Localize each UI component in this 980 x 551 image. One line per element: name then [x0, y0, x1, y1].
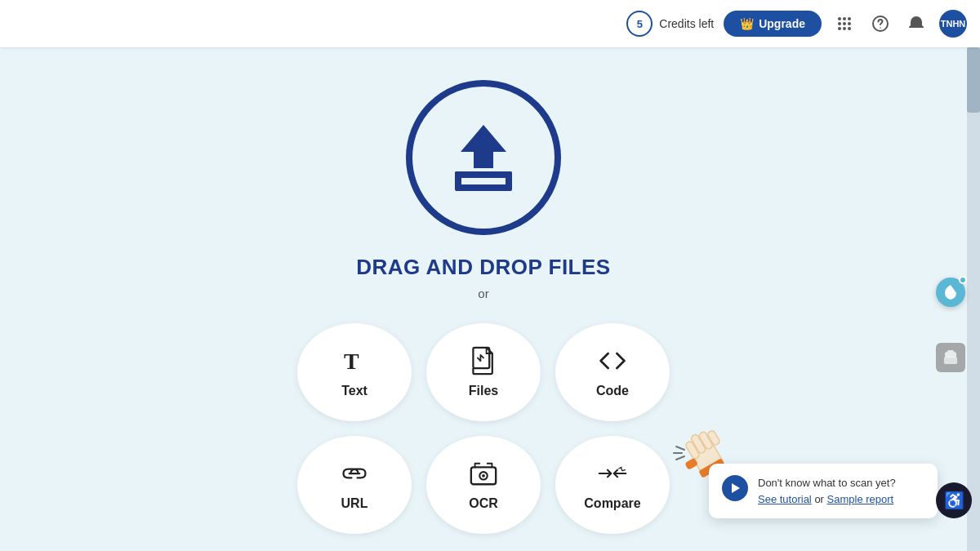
help-popup: Don't know what to scan yet? See tutoria…: [709, 464, 938, 518]
svg-point-2: [848, 17, 851, 20]
upload-arrow-icon: [443, 121, 524, 194]
help-or-text: or: [814, 493, 826, 505]
accessibility-button[interactable]: ♿: [936, 482, 972, 518]
svg-rect-12: [455, 171, 512, 178]
compare-label: Compare: [584, 496, 640, 511]
play-tutorial-button[interactable]: [722, 475, 748, 501]
svg-point-1: [843, 17, 846, 20]
help-icon[interactable]: [867, 11, 893, 37]
text-option-button[interactable]: T Text: [297, 323, 412, 421]
files-icon: [469, 346, 498, 375]
svg-point-3: [838, 22, 841, 25]
sample-report-link[interactable]: Sample report: [827, 493, 894, 505]
or-text: or: [478, 287, 488, 300]
help-text-before: Don't know what to scan yet?: [758, 477, 896, 489]
code-label: Code: [596, 384, 629, 398]
svg-point-0: [838, 17, 841, 20]
svg-point-8: [848, 27, 851, 30]
apps-icon[interactable]: [831, 11, 858, 37]
svg-point-21: [482, 474, 485, 478]
compare-option-button[interactable]: Compare: [555, 436, 670, 534]
tools-button[interactable]: [936, 343, 965, 372]
scrollbar-track[interactable]: [967, 47, 980, 551]
url-label: URL: [341, 496, 368, 511]
svg-point-5: [848, 22, 851, 25]
text-icon: T: [340, 346, 369, 375]
url-icon: [340, 459, 369, 488]
options-row-1: T Text Files Code: [297, 323, 670, 421]
compare-icon: [598, 459, 627, 488]
files-label: Files: [469, 384, 498, 398]
svg-rect-15: [455, 184, 512, 191]
help-text: Don't know what to scan yet? See tutoria…: [758, 475, 896, 507]
header: 5 Credits left 👑 Upgrade TNHN: [0, 0, 980, 47]
credits-badge: 5 Credits left: [626, 11, 714, 37]
credits-count: 5: [626, 11, 653, 37]
code-icon: [598, 346, 627, 375]
url-option-button[interactable]: URL: [297, 436, 412, 534]
ocr-icon: [469, 459, 498, 488]
scrollbar-thumb: [967, 47, 980, 113]
svg-point-10: [880, 27, 881, 29]
drag-drop-title: DRAG AND DROP FILES: [356, 255, 610, 280]
svg-rect-27: [944, 357, 957, 364]
code-option-button[interactable]: Code: [555, 323, 670, 421]
text-label: Text: [341, 384, 368, 398]
water-drop-button[interactable]: [936, 278, 965, 307]
files-option-button[interactable]: Files: [426, 323, 541, 421]
upload-circle: [406, 80, 561, 235]
notification-icon[interactable]: [903, 11, 929, 37]
ocr-option-button[interactable]: OCR: [426, 436, 541, 534]
upgrade-button[interactable]: 👑 Upgrade: [724, 11, 822, 37]
svg-marker-11: [461, 125, 506, 168]
svg-line-26: [621, 468, 622, 470]
tutorial-link[interactable]: See tutorial: [758, 493, 812, 505]
svg-point-7: [843, 27, 846, 30]
ocr-label: OCR: [469, 496, 498, 511]
svg-text:T: T: [344, 349, 359, 374]
upgrade-label: Upgrade: [759, 17, 805, 30]
crown-icon: 👑: [740, 17, 754, 30]
svg-point-6: [838, 27, 841, 30]
svg-point-4: [843, 22, 846, 25]
credits-label: Credits left: [659, 17, 714, 30]
upload-icon-container: [406, 80, 561, 235]
options-row-2: URL OCR Compa: [297, 436, 670, 534]
user-avatar[interactable]: TNHN: [939, 10, 967, 38]
